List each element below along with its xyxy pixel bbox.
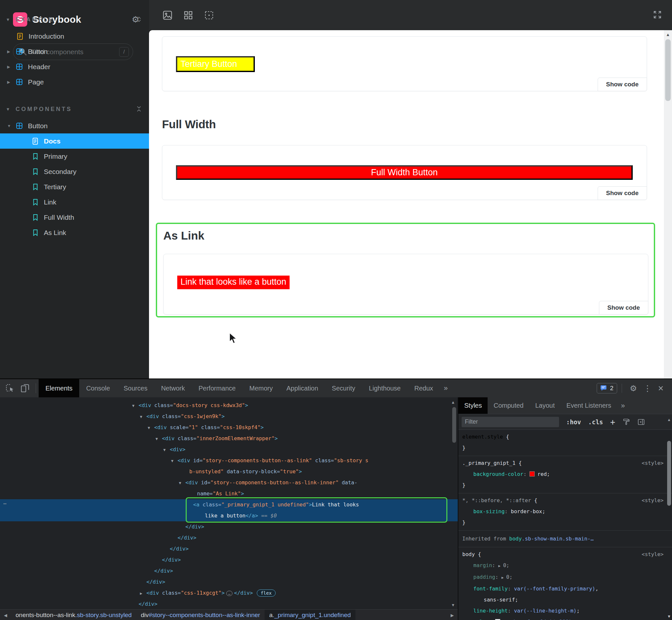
color-swatch[interactable] <box>529 471 535 476</box>
sidebar-item-as-link[interactable]: As Link <box>0 225 149 240</box>
caret-right-icon[interactable]: ▶ <box>7 65 12 69</box>
section-header-example[interactable]: ▼EXAMPLE <box>0 15 149 24</box>
style-origin[interactable]: <style> <box>642 495 664 506</box>
dom-node[interactable]: b-unstyled" data-story-block="true"> <box>0 466 458 477</box>
sidebar-item-button[interactable]: ▼Button <box>0 118 149 134</box>
devtools-tab-redux[interactable]: Redux <box>407 379 440 397</box>
collapse-all-icon[interactable] <box>136 105 143 112</box>
scrollbar-thumb[interactable] <box>665 39 671 101</box>
dom-node[interactable]: ▼<div> <box>0 444 458 455</box>
style-origin[interactable]: <style> <box>642 549 664 560</box>
dom-node[interactable]: </div> <box>0 555 458 565</box>
kebab-menu-icon[interactable]: ⋮ <box>643 384 652 393</box>
styles-filter-input[interactable] <box>462 417 559 427</box>
css-property[interactable]: color: var(--color-light-100); <box>462 616 672 620</box>
inspect-element-icon[interactable] <box>5 383 15 393</box>
grid-tool-icon[interactable] <box>184 10 193 20</box>
tree-expander-icon[interactable]: ▼ <box>140 411 146 422</box>
style-rule[interactable]: <style>body {margin: ▶0;padding: ▶0;font… <box>458 547 672 620</box>
image-tool-icon[interactable] <box>163 10 172 20</box>
scroll-down-icon[interactable]: ▼ <box>667 614 671 619</box>
css-property[interactable]: margin: ▶0; <box>462 560 672 572</box>
css-property[interactable]: background-color: red; <box>462 469 672 480</box>
devtools-tab-memory[interactable]: Memory <box>243 379 279 397</box>
issues-badge[interactable]: 2 <box>597 383 617 394</box>
breadcrumb-crumb[interactable]: a._primary_gnipt_1.undefined <box>265 610 355 620</box>
devtools-tab-network[interactable]: Network <box>154 379 192 397</box>
dom-node[interactable]: </div> <box>0 576 458 587</box>
dom-node[interactable]: ▼<div id="story--components-button--as-l… <box>0 477 458 488</box>
sidebar-item-button[interactable]: ▶Button <box>0 44 149 59</box>
close-icon[interactable]: × <box>658 383 664 394</box>
style-rule[interactable]: <style>._primary_gnipt_1 {background-col… <box>458 456 672 494</box>
fullscreen-icon[interactable] <box>653 10 662 19</box>
sidebar-item-full-width[interactable]: Full Width <box>0 210 149 225</box>
css-property[interactable]: box-sizing: border-box; <box>462 506 672 517</box>
devtools-tab-sources[interactable]: Sources <box>117 379 154 397</box>
show-code-button[interactable]: Show code <box>598 186 647 200</box>
link-styled-as-button[interactable]: Link that looks like a button <box>177 275 290 289</box>
scroll-down-icon[interactable]: ▼ <box>452 603 454 607</box>
tertiary-button[interactable]: Tertiary Button <box>176 56 255 72</box>
styles-tab-layout[interactable]: Layout <box>529 397 561 414</box>
sidebar-item-link[interactable]: Link <box>0 195 149 210</box>
more-tabs-chevron[interactable]: » <box>440 379 452 397</box>
tree-expander-icon[interactable]: ▶ <box>140 588 146 599</box>
computed-sidebar-icon[interactable] <box>637 418 645 426</box>
style-origin[interactable]: <style> <box>642 458 664 469</box>
expand-all-icon[interactable] <box>136 15 143 23</box>
sidebar-item-secondary[interactable]: Secondary <box>0 164 149 179</box>
devtools-tab-security[interactable]: Security <box>325 379 362 397</box>
caret-down-icon[interactable]: ▼ <box>7 124 12 128</box>
caret-down-icon[interactable]: ▼ <box>6 17 15 22</box>
caret-down-icon[interactable]: ▼ <box>6 107 15 112</box>
dom-node[interactable]: </div> <box>0 532 458 544</box>
css-property[interactable]: line-height: var(--line-height-m); <box>462 605 672 616</box>
canvas-scrollbar[interactable]: ▲ <box>664 30 672 378</box>
tree-expander-icon[interactable]: ▼ <box>171 455 177 466</box>
selected-row-ellipsis[interactable]: ⋯ <box>3 501 7 507</box>
dom-node[interactable]: ▼<div scale="1" class="css-10skpf4"> <box>0 422 458 433</box>
styles-tab-computed[interactable]: Computed <box>487 397 529 414</box>
scrollbar-thumb[interactable] <box>667 441 671 506</box>
sidebar-item-page[interactable]: ▶Page <box>0 74 149 90</box>
section-header-components[interactable]: ▼COMPONENTS <box>0 105 149 114</box>
caret-right-icon[interactable]: ▶ <box>7 49 12 54</box>
styles-tab-event-listeners[interactable]: Event Listeners <box>561 397 617 414</box>
measure-tool-icon[interactable] <box>204 10 214 20</box>
dom-node[interactable]: ▼<div class="innerZoomElementWrapper"> <box>0 433 458 444</box>
styles-tab-styles[interactable]: Styles <box>458 397 487 414</box>
dom-node[interactable]: ▶<div class="css-11xgcgt">…</div>flex <box>0 587 458 599</box>
expand-icon[interactable]: ▶ <box>502 575 504 580</box>
device-toolbar-icon[interactable] <box>20 383 30 393</box>
breadcrumb-right-icon[interactable]: ▶ <box>447 613 458 618</box>
breadcrumb-crumb[interactable]: div#story--components-button--as-link-in… <box>136 610 265 620</box>
new-style-rule-button[interactable]: + <box>610 417 616 427</box>
tree-expander-icon[interactable]: ▼ <box>179 477 186 488</box>
style-rule[interactable]: <style>*, *::before, *::after {box-sizin… <box>458 494 672 531</box>
dom-node[interactable]: ▼<div class="css-1wjen9k"> <box>0 411 458 422</box>
scroll-up-icon[interactable]: ▲ <box>664 30 672 37</box>
show-code-button[interactable]: Show code <box>599 301 648 315</box>
elements-scrollbar[interactable]: ▲ ▼ <box>451 397 457 609</box>
devtools-tab-performance[interactable]: Performance <box>192 379 243 397</box>
toggle-hover-state-button[interactable]: :hov <box>566 418 581 425</box>
caret-right-icon[interactable]: ▶ <box>7 80 12 85</box>
tree-expander-icon[interactable]: ▼ <box>155 433 162 445</box>
dom-node[interactable]: ▼<div id="story--components-button--as-l… <box>0 455 458 466</box>
tree-expander-icon[interactable]: ▼ <box>148 422 154 433</box>
sidebar-item-tertiary[interactable]: Tertiary <box>0 179 149 195</box>
more-tabs-chevron[interactable]: » <box>617 397 629 414</box>
toggle-class-button[interactable]: .cls <box>588 418 603 425</box>
scrollbar-thumb[interactable] <box>452 407 456 443</box>
breadcrumb-crumb[interactable]: onents-button--as-link.sb-story.sb-unsty… <box>11 610 136 620</box>
devtools-tab-console[interactable]: Console <box>79 379 116 397</box>
tree-expander-icon[interactable]: ▼ <box>132 400 139 411</box>
dom-node-selected[interactable]: like a button</a> == $0 <box>0 510 458 521</box>
scroll-up-icon[interactable]: ▲ <box>667 417 671 422</box>
scroll-up-icon[interactable]: ▲ <box>452 400 454 405</box>
settings-gear-icon[interactable]: ⚙ <box>630 384 637 393</box>
sidebar-item-docs[interactable]: Docs <box>0 134 149 149</box>
dom-node-selected[interactable]: <a class="_primary_gnipt_1 undefined">Li… <box>0 499 458 510</box>
dom-node[interactable]: </div> <box>0 565 458 576</box>
